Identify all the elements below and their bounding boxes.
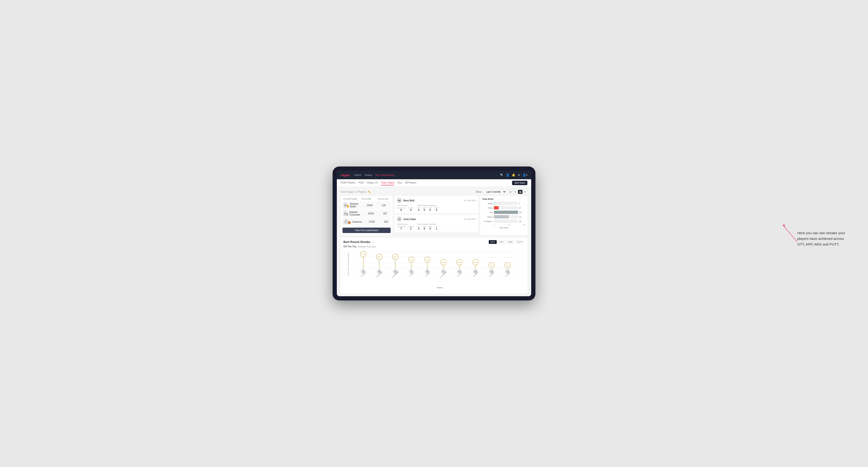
subnav-team-clippd[interactable]: Team Clippd xyxy=(381,181,394,185)
chart-bar-row: Pars 499 xyxy=(482,211,526,214)
putt-value: 1 xyxy=(434,227,438,230)
streaks-chart-container: Best Streak, Fairway Accuracy 012347xEEE… xyxy=(343,250,525,291)
sub-nav: PGAT Players PGA Hcaps 1-5 Team Clippd T… xyxy=(337,179,531,187)
avatar-icon[interactable]: 👤▾ xyxy=(522,173,527,177)
card-header: RB Rees Britt 02 Sep 2023 xyxy=(397,198,476,203)
app-value: 0 xyxy=(423,209,426,211)
filter-arg-button[interactable]: ARG xyxy=(506,240,515,244)
team-header: Team Clippd 14 Players ✏️ Show Last 3 mo… xyxy=(341,190,527,194)
user-icon[interactable]: 👤 xyxy=(506,173,509,177)
lb-col-avg: PB AVG SQ xyxy=(378,198,390,200)
chart-bar-row: D. Bogeys + 131 xyxy=(482,220,526,223)
chart-panel: Total Shots Eagles 3 Birdies 96 Pars xyxy=(480,196,527,235)
bar-value: 311 xyxy=(519,216,526,218)
card-date: 02 Sep 2023 xyxy=(464,199,476,201)
ott-label: OTT xyxy=(417,207,420,209)
bar-fill xyxy=(494,215,509,218)
filter-app-button[interactable]: APP xyxy=(497,240,505,244)
app-value: 0 xyxy=(423,227,426,230)
card-player-info: RB Rees Britt xyxy=(397,198,414,203)
svg-text:4x: 4x xyxy=(442,261,444,263)
svg-text:RB: RB xyxy=(491,271,493,272)
grid-view-button[interactable]: ⊞ xyxy=(508,190,513,194)
chart-footer: Total Shots xyxy=(482,227,526,229)
player-score: 18/20 xyxy=(363,212,379,215)
arg-value: 0 xyxy=(428,227,432,230)
list-view-button[interactable]: ☰ xyxy=(513,190,518,194)
streaks-title: Best Round Streaks ← xyxy=(343,240,375,244)
svg-text:RB: RB xyxy=(427,271,428,272)
show-label: Show xyxy=(476,191,482,193)
putt-label: PUTT xyxy=(434,226,438,227)
svg-text:6x: 6x xyxy=(378,256,380,258)
player-name: Cameron... xyxy=(352,220,364,223)
activities-stats: Total Practice Activities OTT 0 APP 0 xyxy=(417,205,438,211)
x-axis-labels: 0200400 xyxy=(482,224,526,226)
bell-icon[interactable]: 🔔 xyxy=(512,173,516,177)
subnav-all-players[interactable]: All Players xyxy=(405,181,416,185)
bar-label: Bogeys xyxy=(482,216,493,218)
svg-text:3x: 3x xyxy=(491,264,493,266)
chart-bar-row: Birdies 96 xyxy=(482,206,526,210)
card-view-button[interactable]: ▦ xyxy=(518,190,522,194)
nav-bar: clippd Home Teams My Performance 🔍 👤 🔔 ⊕… xyxy=(337,171,531,179)
bar-value: 3 xyxy=(519,203,526,204)
rank-badge: 3 xyxy=(348,221,351,224)
search-icon[interactable]: 🔍 xyxy=(500,173,503,177)
ott-stat: OTT 0 xyxy=(417,207,420,211)
bar-track xyxy=(494,220,518,223)
subnav-pgat[interactable]: PGAT Players xyxy=(341,181,355,185)
subnav-hcaps[interactable]: Hcaps 1-5 xyxy=(367,181,378,185)
tournament-value: 8 xyxy=(397,209,405,211)
practice-label: Practice xyxy=(408,207,414,209)
add-team-button[interactable]: Add Team xyxy=(512,181,527,185)
content-area: Team Clippd 14 Players ✏️ Show Last 3 mo… xyxy=(337,187,531,296)
player-avg: 103 xyxy=(380,220,392,223)
lb-header: PLAYER NAME PB SCORE PB AVG SQ xyxy=(342,198,391,200)
player-name: Edward Crossman xyxy=(349,211,363,216)
lb-col-score: PB SCORE xyxy=(361,198,378,200)
activities-values: OTT 0 APP 0 ARG 0 xyxy=(417,207,438,211)
nav-logo: clippd xyxy=(341,173,349,177)
bar-fill xyxy=(494,220,500,223)
svg-text:4x: 4x xyxy=(474,261,476,263)
target-icon[interactable]: ⊕ xyxy=(518,173,520,177)
rounds-stats: Total Rounds Tournament 7 Practice 2 xyxy=(397,223,414,230)
arg-stat: ARG 0 xyxy=(428,207,432,211)
edit-icon[interactable]: ✏️ xyxy=(368,191,371,193)
sub-nav-links: PGAT Players PGA Hcaps 1-5 Team Clippd T… xyxy=(341,181,512,185)
subnav-tour[interactable]: Tour xyxy=(398,181,402,185)
rank-badge: 1 xyxy=(347,205,349,208)
nav-link-teams[interactable]: Teams xyxy=(365,173,372,177)
settings-view-button[interactable]: ⚙ xyxy=(523,190,527,194)
tournament-stat: Tournament 7 xyxy=(397,226,405,230)
period-dropdown[interactable]: Last 3 months Last 6 months Last year xyxy=(484,190,506,194)
player-score: 17/20 xyxy=(364,220,380,223)
tournament-value: 7 xyxy=(397,227,405,230)
center-cards: RB Rees Britt 02 Sep 2023 Total Rounds T… xyxy=(394,196,478,235)
chart-bar-row: Eagles 3 xyxy=(482,201,526,205)
bar-value: 499 xyxy=(519,212,526,213)
activities-label: Total Practice Activities xyxy=(417,223,438,225)
table-row: EC 2 Edward Crossman 18/20 107 xyxy=(342,210,391,217)
svg-marker-71 xyxy=(783,224,785,227)
filter-putt-button[interactable]: PUTT xyxy=(516,240,525,244)
bar-label: Eagles xyxy=(482,203,493,204)
filter-ott-button[interactable]: OTT xyxy=(489,240,497,244)
app-stat: APP 0 xyxy=(423,226,426,230)
subtitle-bold: Off The Tee, xyxy=(343,245,357,248)
card-header: JC Josh Coles 26 Aug 2023 xyxy=(397,217,476,222)
svg-text:5x: 5x xyxy=(427,259,428,261)
x-label: 0 xyxy=(494,224,495,226)
tournament-label: Tournament xyxy=(397,207,405,209)
nav-link-my-performance[interactable]: My Performance xyxy=(375,173,395,177)
rounds-label: Total Rounds xyxy=(397,205,414,207)
subnav-pga[interactable]: PGA xyxy=(359,181,364,185)
nav-link-home[interactable]: Home xyxy=(354,173,361,177)
card-stats: Total Rounds Tournament 7 Practice 2 xyxy=(397,223,476,230)
view-leaderboard-button[interactable]: View Full Leaderboard xyxy=(342,228,391,233)
streaks-section: Best Round Streaks ← OTT APP ARG PUTT Of… xyxy=(341,238,527,293)
streaks-header: Best Round Streaks ← OTT APP ARG PUTT xyxy=(343,240,525,244)
svg-text:EE: EE xyxy=(362,271,364,272)
putt-label: PUTT xyxy=(434,207,438,209)
